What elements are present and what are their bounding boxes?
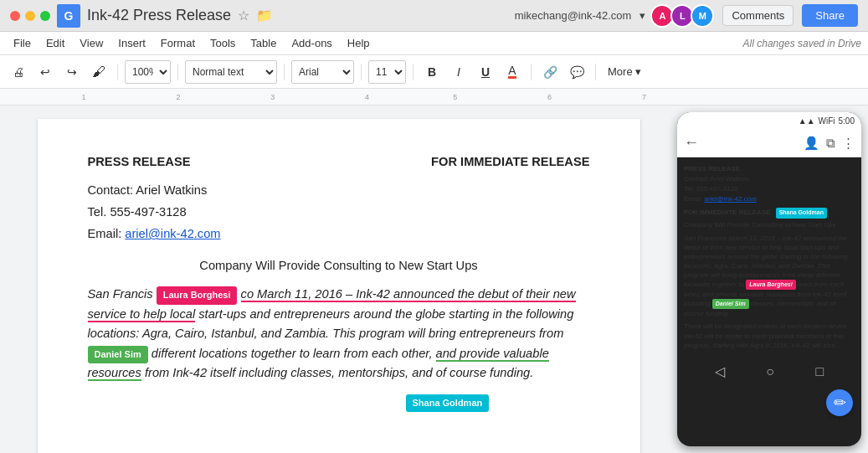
- body-text: San Francis Laura Borghesi co March 11, …: [88, 285, 590, 384]
- print-button[interactable]: 🖨: [7, 60, 30, 84]
- more-button[interactable]: More ▾: [603, 60, 646, 84]
- divider-1: [117, 64, 118, 80]
- title-icons: ☆ 📁: [238, 8, 273, 23]
- titlebar: G Ink-42 Press Release ☆ 📁 mikechang@ink…: [0, 0, 868, 32]
- phone-nav-square[interactable]: □: [816, 364, 824, 379]
- menu-view[interactable]: View: [73, 35, 110, 51]
- contact-email-link[interactable]: ariel@ink-42.com: [125, 227, 220, 240]
- phone-press-release: PRESS RELEASE: [684, 164, 855, 174]
- divider-2: [177, 64, 178, 80]
- menu-file[interactable]: File: [7, 35, 38, 51]
- phone-contact: Contact: Ariel Watkins: [684, 174, 855, 184]
- undo-button[interactable]: ↩: [33, 60, 57, 84]
- phone-more-icon[interactable]: ⋮: [842, 136, 855, 151]
- phone-fab-icon: ✏: [834, 394, 846, 412]
- phone-subheading: Company Will Provide Consulting to New S…: [684, 220, 855, 230]
- user-email: mikechang@ink-42.com: [515, 9, 632, 22]
- menu-table[interactable]: Table: [244, 35, 283, 51]
- phone-nav-back[interactable]: ◁: [715, 363, 725, 379]
- ruler-mark-7: 7: [642, 93, 646, 101]
- phone-time: 5:00: [839, 116, 855, 126]
- phone-tel: Tel. 555-497-3128: [684, 184, 855, 194]
- italic-button[interactable]: I: [447, 60, 470, 84]
- menu-edit[interactable]: Edit: [39, 35, 71, 51]
- minimize-button[interactable]: [25, 11, 35, 21]
- ruler-mark-1: 1: [82, 93, 86, 101]
- autosave-status: All changes saved in Drive: [743, 38, 861, 49]
- phone-back-button[interactable]: ←: [684, 134, 699, 152]
- phone-top-icons: 👤 ⧉ ⋮: [804, 136, 855, 151]
- divider-7: [595, 64, 596, 80]
- folder-icon[interactable]: 📁: [256, 8, 273, 23]
- comments-button[interactable]: Comments: [722, 5, 794, 26]
- phone-email: Email: ariel@ink-42.com: [684, 194, 855, 204]
- close-button[interactable]: [10, 11, 20, 21]
- phone-person-icon[interactable]: 👤: [804, 136, 819, 151]
- phone-email-link[interactable]: ariel@ink-42.com: [704, 195, 756, 203]
- menu-addons[interactable]: Add-ons: [285, 35, 338, 51]
- share-button[interactable]: Share: [802, 4, 858, 27]
- shana-goldman-bubble[interactable]: Shana Goldman: [406, 394, 490, 412]
- menu-insert[interactable]: Insert: [111, 35, 152, 51]
- phone-copy-icon[interactable]: ⧉: [826, 136, 835, 151]
- maximize-button[interactable]: [40, 11, 50, 21]
- ruler-mark-6: 6: [547, 93, 552, 101]
- page-container: PRESS RELEASE FOR IMMEDIATE RELEASE Cont…: [0, 106, 677, 453]
- traffic-lights: [10, 11, 50, 21]
- star-icon[interactable]: ☆: [238, 8, 249, 23]
- menu-help[interactable]: Help: [341, 35, 377, 51]
- menu-format[interactable]: Format: [154, 35, 202, 51]
- google-docs-icon: G: [57, 4, 80, 28]
- ruler-mark-2: 2: [176, 93, 180, 101]
- link-button[interactable]: 🔗: [538, 60, 562, 84]
- ruler-inner: 1 2 3 4 5 6 7: [50, 89, 680, 105]
- user-avatars: A L M: [654, 4, 714, 28]
- contact-name: Contact: Ariel Watkins: [88, 181, 590, 199]
- font-select[interactable]: Arial: [291, 60, 354, 84]
- avatar-3: M: [691, 4, 714, 28]
- email-arrow-icon: ▾: [639, 9, 645, 22]
- ruler-mark-5: 5: [453, 93, 457, 101]
- paint-format-button[interactable]: 🖌: [87, 60, 110, 84]
- doc-title[interactable]: Ink-42 Press Release: [87, 7, 231, 24]
- subheading: Company Will Provide Consulting to New S…: [88, 256, 590, 275]
- phone-fab[interactable]: ✏: [826, 389, 853, 416]
- user-area: mikechang@ink-42.com ▾ A L M Comments Sh…: [515, 4, 858, 28]
- press-release-label: PRESS RELEASE: [88, 152, 191, 171]
- ruler: 1 2 3 4 5 6 7: [0, 89, 868, 106]
- divider-4: [361, 64, 362, 80]
- phone-wifi-icon: WiFi: [819, 116, 835, 126]
- document-area: PRESS RELEASE FOR IMMEDIATE RELEASE Cont…: [0, 106, 868, 453]
- contact-tel: Tel. 555-497-3128: [88, 203, 590, 221]
- toolbar: 🖨 ↩ ↪ 🖌 100% Normal text Arial 11 B I U …: [0, 55, 868, 89]
- size-select[interactable]: 11: [368, 60, 406, 84]
- phone-signal-icon: ▲▲: [799, 116, 815, 126]
- contact-email-line: Email: ariel@ink-42.com: [88, 224, 590, 243]
- phone-body: San Francisco March 11, 2016 – Ink-42 an…: [684, 234, 855, 319]
- press-release-header: PRESS RELEASE FOR IMMEDIATE RELEASE: [88, 152, 590, 171]
- document-page[interactable]: PRESS RELEASE FOR IMMEDIATE RELEASE Cont…: [38, 119, 640, 453]
- bold-button[interactable]: B: [420, 60, 444, 84]
- phone-nav-home[interactable]: ○: [766, 364, 774, 379]
- phone-nav-bar: ◁ ○ □: [677, 357, 861, 387]
- menubar: File Edit View Insert Format Tools Table…: [0, 32, 868, 55]
- comment-button[interactable]: 💬: [565, 60, 588, 84]
- phone-shana-bubble: Shana Goldman: [776, 208, 827, 219]
- phone-overlay: ▲▲ WiFi 5:00 ← 👤 ⧉ ⋮ PRESS RELEASE Conta…: [677, 112, 861, 446]
- ruler-mark-3: 3: [270, 93, 275, 101]
- phone-body2: There will be designated events at each …: [684, 322, 855, 350]
- zoom-select[interactable]: 100%: [125, 60, 171, 84]
- phone-top-bar: ← 👤 ⧉ ⋮: [677, 129, 861, 157]
- laura-borghesi-bubble[interactable]: Laura Borghesi: [157, 286, 238, 305]
- phone-laura-bubble: Laura Borghesi: [746, 280, 795, 290]
- style-select[interactable]: Normal text: [185, 60, 277, 84]
- divider-6: [531, 64, 532, 80]
- redo-button[interactable]: ↪: [60, 60, 84, 84]
- divider-3: [284, 64, 285, 80]
- phone-status-bar: ▲▲ WiFi 5:00: [677, 112, 861, 129]
- text-color-button[interactable]: A: [501, 60, 524, 84]
- app-title-area: G Ink-42 Press Release ☆ 📁: [57, 4, 508, 28]
- underline-button[interactable]: U: [474, 60, 497, 84]
- menu-tools[interactable]: Tools: [203, 35, 242, 51]
- daniel-sim-bubble[interactable]: Daniel Sim: [88, 346, 148, 364]
